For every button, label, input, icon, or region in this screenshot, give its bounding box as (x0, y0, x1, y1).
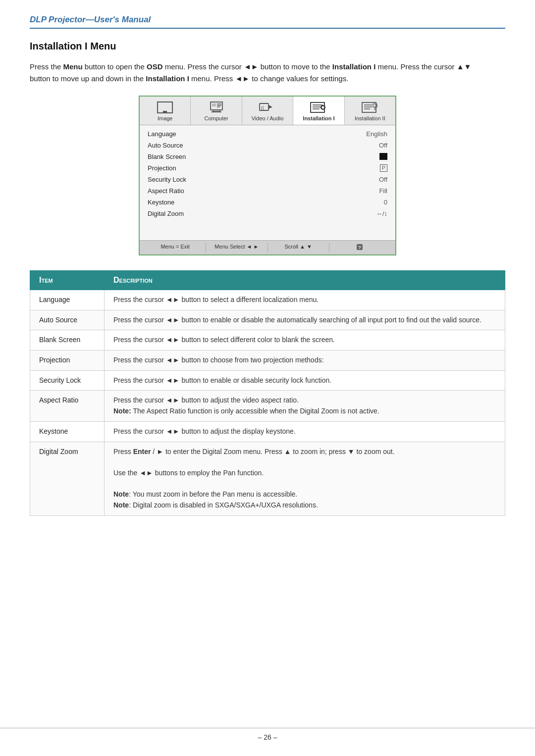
enter-bold: Enter (133, 448, 151, 455)
col-item-header: Item (30, 271, 105, 290)
osd-row-autosource-label: Auto Source (148, 142, 183, 149)
page-number: – 26 – (258, 733, 277, 741)
manual-title: DLP Projector—User's Manual (30, 15, 505, 29)
table-row-digitalzoom: Digital Zoom Press Enter / ► to enter th… (30, 442, 505, 515)
svg-marker-11 (268, 105, 272, 109)
osd-footer-scroll: Scroll ▲ ▼ (268, 243, 329, 252)
osd-tab-image-label: Image (158, 115, 173, 121)
osd-tab-video[interactable]: (( Video / Audio (242, 97, 293, 125)
osd-footer-select: Menu Select ◄ ► (206, 243, 268, 252)
osd-row-keystone-value: 0 (384, 199, 387, 206)
osd-tab-image[interactable]: Image (140, 97, 191, 125)
svg-text:?: ? (359, 245, 362, 250)
table-item-autosource: Auto Source (30, 310, 105, 330)
svg-point-18 (322, 106, 324, 109)
menu-bold: Menu (63, 62, 83, 71)
note-bold-zoom1: Note (113, 490, 129, 498)
osd-bold: OSD (147, 62, 163, 71)
osd-footer-exit: Menu = Exit (145, 243, 206, 252)
osd-row-blankscreen: Blank Screen (148, 151, 387, 162)
osd-row-digitalzoom: Digital Zoom ↔/↕ (148, 208, 387, 219)
table-desc-projection: Press the cursor ◄► button to choose fro… (105, 351, 505, 371)
osd-menu: Image Computer (139, 96, 396, 255)
osd-tab-installation-i[interactable]: Installation I (293, 97, 344, 125)
table-item-blankscreen: Blank Screen (30, 330, 105, 351)
osd-tab-installation-ii[interactable]: Installation II (345, 97, 395, 125)
osd-row-projection-label: Projection (148, 164, 176, 172)
osd-tab-installation-ii-label: Installation II (355, 115, 385, 121)
note-bold-aspectratio: Note: (113, 407, 131, 415)
osd-tab-computer[interactable]: Computer (191, 97, 242, 125)
table-item-keystone: Keystone (30, 421, 105, 442)
osd-row-language: Language English (148, 128, 387, 140)
table-item-aspectratio: Aspect Ratio (30, 391, 105, 421)
osd-row-autosource: Auto Source Off (148, 140, 387, 151)
osd-spacer-row (148, 219, 387, 228)
osd-tab-computer-label: Computer (204, 115, 228, 121)
osd-tab-installation-i-label: Installation I (303, 115, 334, 121)
description-table: Item Description Language Press the curs… (30, 270, 505, 516)
table-row-securitylock: Security Lock Press the cursor ◄► button… (30, 370, 505, 391)
svg-rect-6 (212, 103, 216, 106)
table-desc-securitylock: Press the cursor ◄► button to enable or … (105, 370, 505, 391)
table-row-aspectratio: Aspect Ratio Press the cursor ◄► button … (30, 391, 505, 421)
osd-row-keystone-label: Keystone (148, 199, 174, 206)
table-desc-aspectratio: Press the cursor ◄► button to adjust the… (105, 391, 505, 421)
osd-row-aspectratio-value: Fill (379, 187, 387, 195)
table-row-projection: Projection Press the cursor ◄► button to… (30, 351, 505, 371)
osd-row-blankscreen-value (379, 153, 387, 160)
osd-row-digitalzoom-value: ↔/↕ (376, 210, 387, 217)
osd-row-aspectratio-label: Aspect Ratio (148, 187, 184, 195)
video-audio-icon: (( (259, 101, 276, 114)
table-item-securitylock: Security Lock (30, 370, 105, 391)
image-icon (156, 101, 174, 114)
osd-spacer-row2 (148, 228, 387, 237)
osd-row-language-value: English (366, 130, 387, 138)
note-bold-zoom2: Note (113, 501, 129, 509)
osd-row-keystone: Keystone 0 (148, 197, 387, 208)
table-desc-autosource: Press the cursor ◄► button to enable or … (105, 310, 505, 330)
page-footer: – 26 – (0, 728, 535, 741)
help-icon: ? (356, 244, 363, 251)
section-heading: Installation I Menu (30, 41, 505, 52)
osd-row-securitylock: Security Lock Off (148, 174, 387, 185)
table-item-projection: Projection (30, 351, 105, 371)
osd-row-projection-value: P (380, 164, 387, 172)
intro-paragraph: Press the Menu button to open the OSD me… (30, 61, 476, 85)
table-row-blankscreen: Blank Screen Press the cursor ◄► button … (30, 330, 505, 351)
computer-icon (208, 101, 225, 114)
table-desc-digitalzoom: Press Enter / ► to enter the Digital Zoo… (105, 442, 505, 515)
osd-footer: Menu = Exit Menu Select ◄ ► Scroll ▲ ▼ ? (140, 240, 395, 254)
svg-rect-1 (163, 111, 167, 112)
osd-tabs: Image Computer (140, 97, 395, 125)
table-item-digitalzoom: Digital Zoom (30, 442, 105, 515)
table-row-keystone: Keystone Press the cursor ◄► button to a… (30, 421, 505, 442)
table-desc-language: Press the cursor ◄► button to select a d… (105, 290, 505, 310)
osd-row-autosource-value: Off (379, 142, 387, 149)
osd-row-digitalzoom-label: Digital Zoom (148, 210, 184, 217)
table-desc-blankscreen: Press the cursor ◄► button to select dif… (105, 330, 505, 351)
installation-ii-icon (361, 101, 379, 114)
page-wrapper: DLP Projector—User's Manual Installation… (0, 0, 535, 756)
svg-rect-5 (212, 111, 221, 112)
install1-bold: Installation I (332, 62, 376, 71)
table-desc-keystone: Press the cursor ◄► button to adjust the… (105, 421, 505, 442)
table-row-language: Language Press the cursor ◄► button to s… (30, 290, 505, 310)
col-desc-header: Description (105, 271, 505, 290)
osd-rows: Language English Auto Source Off Blank S… (140, 125, 395, 240)
svg-rect-4 (213, 110, 220, 111)
osd-row-securitylock-value: Off (379, 176, 387, 183)
osd-tab-video-label: Video / Audio (252, 115, 284, 121)
osd-row-projection: Projection P (148, 162, 387, 174)
svg-text:((: (( (261, 105, 264, 110)
install1b-bold: Installation I (146, 74, 189, 83)
osd-footer-help: ? (329, 243, 390, 252)
osd-row-aspectratio: Aspect Ratio Fill (148, 185, 387, 197)
svg-rect-2 (160, 112, 169, 113)
table-item-language: Language (30, 290, 105, 310)
osd-row-securitylock-label: Security Lock (148, 176, 186, 183)
osd-row-blankscreen-label: Blank Screen (148, 153, 186, 160)
installation-i-icon (310, 101, 327, 114)
osd-row-language-label: Language (148, 130, 176, 138)
table-row-autosource: Auto Source Press the cursor ◄► button t… (30, 310, 505, 330)
